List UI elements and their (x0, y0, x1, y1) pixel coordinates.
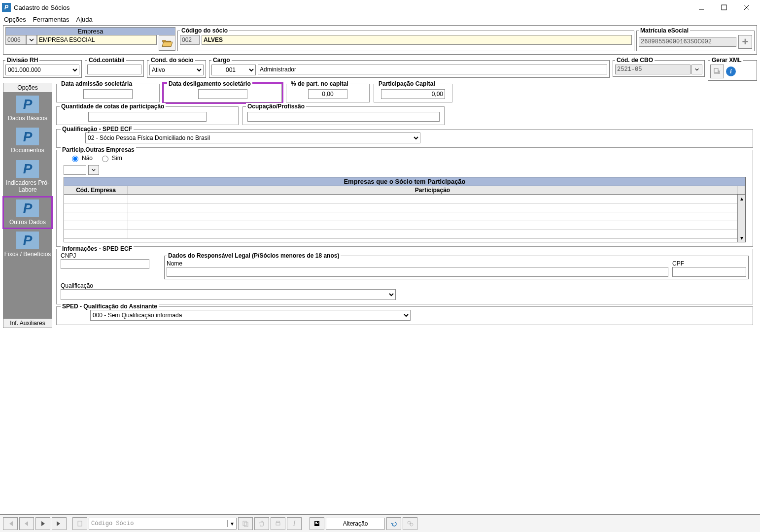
svg-rect-1 (722, 5, 726, 10)
particip-outras-group: Não Sim Empresas que o Sócio tem Partici… (56, 150, 753, 247)
sidebar-item-label: Documentos (11, 147, 44, 154)
nome-label: Nome (167, 260, 668, 267)
nome-input[interactable] (167, 267, 668, 277)
menu-ferramentas[interactable]: Ferramentas (33, 16, 69, 23)
sped-assinante-select[interactable]: 000 - Sem Qualificação informada (90, 310, 411, 321)
gerar-xml-group: Gerar XML i (708, 57, 757, 81)
cpf-label: CPF (672, 260, 746, 267)
sidebar-item-label: Dados Básicos (8, 115, 47, 122)
empresa-codigo-input[interactable] (5, 35, 26, 45)
part-capital-group (374, 84, 452, 102)
empresa-nome-input[interactable] (37, 35, 157, 45)
qtd-cotas-group (56, 106, 239, 125)
empresa-lookup-button[interactable] (26, 35, 37, 45)
resp-legal-legend: Dados do Responsável Legal (P/Sócios men… (167, 252, 341, 259)
empresa-open-button[interactable] (159, 35, 175, 51)
gerar-xml-label: Gerar XML (710, 57, 743, 64)
cargo-desc-input[interactable] (258, 65, 607, 74)
radio-sim[interactable]: Sim (100, 154, 122, 162)
matricula-input[interactable] (639, 37, 736, 47)
minimize-button[interactable] (690, 0, 713, 15)
empresa-group: Empresa (5, 27, 175, 51)
titlebar: P Cadastro de Sócios (0, 0, 760, 15)
radio-nao[interactable]: Não (69, 154, 93, 162)
divisao-rh-label: Divisão RH (5, 57, 39, 64)
info-sped-group: CNPJ Dados do Responsável Legal (P/Sócio… (56, 249, 753, 304)
codigo-socio-group: Código do sócio (177, 27, 634, 51)
sidebar-tab-inf-auxiliares[interactable]: Inf. Auxiliares (3, 318, 52, 328)
table-scrollbar[interactable]: ▴▾ (737, 195, 745, 242)
cod-contabil-input[interactable] (87, 65, 141, 74)
data-admissao-group (56, 84, 160, 102)
sidebar-item-documentos[interactable]: P Documentos (3, 125, 52, 157)
cond-socio-select[interactable]: Ativo (149, 65, 204, 75)
qualif2-select[interactable] (61, 289, 396, 300)
cond-socio-group: Cond. do sócio Ativo (147, 57, 206, 78)
maximize-button[interactable] (713, 0, 735, 15)
part-capital-input[interactable] (381, 89, 445, 99)
ocupacao-group (242, 106, 445, 125)
cod-contabil-label: Cód.contábil (87, 57, 126, 64)
info-icon[interactable]: i (726, 66, 736, 76)
data-admissao-input[interactable] (83, 89, 133, 99)
th-participacao: Participação (128, 186, 737, 194)
cargo-group: Cargo 001 (209, 57, 610, 78)
cpf-input[interactable] (672, 267, 746, 277)
cod-cbo-label: Cód. de CBO (615, 57, 655, 64)
cod-cbo-lookup-button[interactable] (691, 65, 702, 74)
top-area: Empresa Código do sócio Matrícula (3, 25, 757, 55)
resp-legal-group: Dados do Responsável Legal (P/Sócios men… (164, 252, 749, 279)
matricula-group: Matrícula eSocial + (636, 27, 755, 51)
menu-ajuda[interactable]: Ajuda (76, 16, 93, 23)
particip-table-body[interactable]: ▴▾ (64, 195, 745, 242)
pct-part-group (286, 84, 370, 102)
second-row: Divisão RH 001.000.000 Cód.contábil Cond… (3, 57, 757, 81)
p-icon: P (16, 232, 39, 249)
close-button[interactable] (735, 0, 758, 15)
cargo-code-select[interactable]: 001 (211, 65, 256, 75)
codigo-socio-code-input[interactable] (180, 35, 200, 45)
matricula-add-button[interactable]: + (738, 35, 752, 49)
empresa-header: Empresa (5, 27, 175, 35)
pct-part-input[interactable] (308, 89, 347, 99)
cod-contabil-group: Cód.contábil (85, 57, 144, 77)
sped-assinante-group: 000 - Sem Qualificação informada (56, 306, 753, 325)
p-icon: P (16, 200, 39, 217)
sidebar-item-dados-basicos[interactable]: P Dados Básicos (3, 93, 52, 125)
content-area: Opções P Dados Básicos P Documentos P In… (3, 83, 757, 328)
particip-table: Empresas que o Sócio tem Participação Có… (64, 177, 746, 242)
codigo-socio-legend: Código do sócio (180, 27, 229, 34)
qualif-sped-select[interactable]: 02 - Sócio Pessoa Física Domiciliado no … (85, 133, 420, 143)
cod-cbo-group: Cód. de CBO (613, 57, 705, 77)
codigo-socio-name-input[interactable] (202, 35, 632, 45)
ocupacao-input[interactable] (247, 112, 440, 122)
sidebar: Opções P Dados Básicos P Documentos P In… (3, 83, 52, 328)
menu-opcoes[interactable]: Opções (4, 16, 26, 23)
app-icon: P (2, 3, 11, 12)
p-icon: P (16, 160, 39, 178)
data-desligamento-input[interactable] (198, 89, 247, 99)
cod-cbo-input[interactable] (615, 65, 691, 74)
th-cod-empresa: Cód. Empresa (64, 186, 128, 194)
gerar-xml-button[interactable] (710, 65, 724, 78)
empresa-picker-input[interactable] (64, 165, 86, 175)
svg-rect-4 (714, 68, 718, 72)
sidebar-item-indicadores[interactable]: P Indicadores Pró-Labore (3, 157, 52, 197)
divisao-rh-group: Divisão RH 001.000.000 (3, 57, 82, 78)
data-desligamento-group (164, 84, 282, 102)
cond-socio-label: Cond. do sócio (149, 57, 195, 64)
menubar: Opções Ferramentas Ajuda (0, 15, 760, 25)
cnpj-input[interactable] (61, 259, 149, 269)
sidebar-item-fixos-beneficios[interactable]: P Fixos / Benefícios (3, 229, 52, 261)
window-title: Cadastro de Sócios (14, 4, 69, 11)
main-panel: 02 - Sócio Pessoa Física Domiciliado no … (52, 83, 757, 328)
matricula-legend: Matrícula eSocial (639, 27, 690, 34)
divisao-rh-select[interactable]: 001.000.000 (5, 65, 79, 75)
sidebar-tab-opcoes[interactable]: Opções (3, 83, 52, 93)
qualif2-label: Qualificação (61, 282, 749, 289)
empresa-picker-button[interactable] (88, 165, 99, 175)
cnpj-label: CNPJ (61, 252, 154, 259)
sidebar-item-outros-dados[interactable]: P Outros Dados (3, 197, 52, 229)
cargo-label: Cargo (211, 57, 232, 64)
qtd-cotas-input[interactable] (88, 112, 207, 122)
